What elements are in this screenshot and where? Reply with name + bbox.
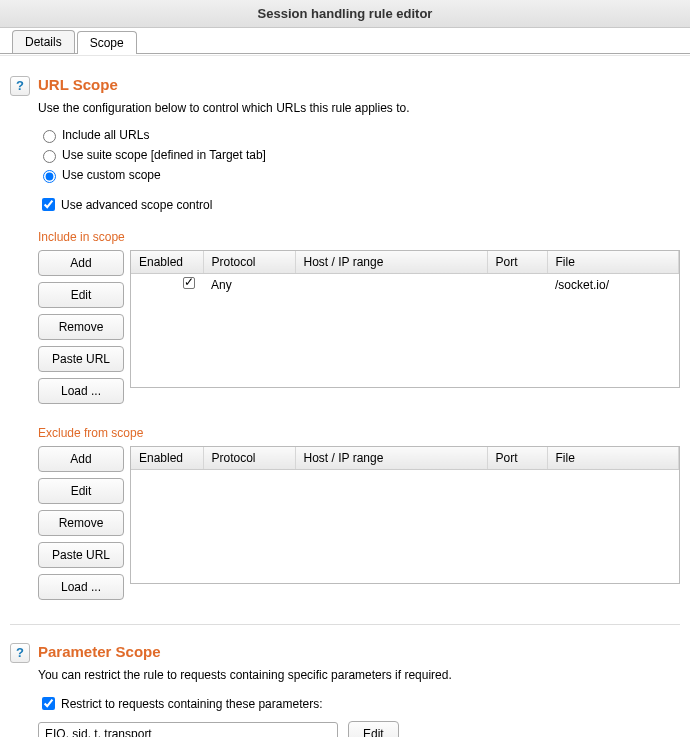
- url-scope-title: URL Scope: [38, 76, 680, 93]
- parameters-edit-button[interactable]: Edit: [348, 721, 399, 737]
- url-scope-section: ? URL Scope Use the configuration below …: [10, 76, 680, 606]
- tab-details[interactable]: Details: [12, 30, 75, 53]
- col-port[interactable]: Port: [487, 447, 547, 470]
- parameter-scope-title: Parameter Scope: [38, 643, 680, 660]
- checkbox-advanced-scope-label: Use advanced scope control: [61, 198, 212, 212]
- col-protocol[interactable]: Protocol: [203, 447, 295, 470]
- radio-custom-scope[interactable]: [43, 170, 56, 183]
- row-protocol: Any: [203, 274, 295, 296]
- include-table[interactable]: Enabled Protocol Host / IP range Port Fi…: [130, 250, 680, 388]
- parameter-scope-desc: You can restrict the rule to requests co…: [38, 668, 680, 682]
- table-row[interactable]: Any /socket.io/: [131, 274, 679, 296]
- row-file: /socket.io/: [547, 274, 679, 296]
- include-heading: Include in scope: [38, 230, 680, 244]
- include-paste-url-button[interactable]: Paste URL: [38, 346, 124, 372]
- checkbox-restrict-params-label: Restrict to requests containing these pa…: [61, 697, 322, 711]
- exclude-paste-url-button[interactable]: Paste URL: [38, 542, 124, 568]
- tab-bar: Details Scope: [0, 28, 690, 54]
- col-enabled[interactable]: Enabled: [131, 251, 203, 274]
- include-edit-button[interactable]: Edit: [38, 282, 124, 308]
- col-file[interactable]: File: [547, 251, 679, 274]
- radio-suite-scope-label: Use suite scope [defined in Target tab]: [62, 148, 266, 162]
- radio-include-all-label: Include all URLs: [62, 128, 149, 142]
- col-host[interactable]: Host / IP range: [295, 251, 487, 274]
- radio-include-all[interactable]: [43, 130, 56, 143]
- help-icon[interactable]: ?: [10, 76, 30, 96]
- exclude-edit-button[interactable]: Edit: [38, 478, 124, 504]
- tab-scope[interactable]: Scope: [77, 31, 137, 54]
- radio-custom-scope-label: Use custom scope: [62, 168, 161, 182]
- window-title: Session handling rule editor: [0, 0, 690, 28]
- col-enabled[interactable]: Enabled: [131, 447, 203, 470]
- exclude-add-button[interactable]: Add: [38, 446, 124, 472]
- col-protocol[interactable]: Protocol: [203, 251, 295, 274]
- url-scope-desc: Use the configuration below to control w…: [38, 101, 680, 115]
- parameter-scope-section: ? Parameter Scope You can restrict the r…: [10, 643, 680, 737]
- parameters-input[interactable]: [38, 722, 338, 737]
- col-host[interactable]: Host / IP range: [295, 447, 487, 470]
- checkbox-advanced-scope[interactable]: [42, 198, 55, 211]
- include-load-button[interactable]: Load ...: [38, 378, 124, 404]
- row-enabled-checkbox[interactable]: [183, 277, 195, 289]
- exclude-table[interactable]: Enabled Protocol Host / IP range Port Fi…: [130, 446, 680, 584]
- include-add-button[interactable]: Add: [38, 250, 124, 276]
- exclude-load-button[interactable]: Load ...: [38, 574, 124, 600]
- exclude-heading: Exclude from scope: [38, 426, 680, 440]
- radio-suite-scope[interactable]: [43, 150, 56, 163]
- include-remove-button[interactable]: Remove: [38, 314, 124, 340]
- row-port: [487, 274, 547, 296]
- col-file[interactable]: File: [547, 447, 679, 470]
- exclude-remove-button[interactable]: Remove: [38, 510, 124, 536]
- help-icon[interactable]: ?: [10, 643, 30, 663]
- checkbox-restrict-params[interactable]: [42, 697, 55, 710]
- section-divider: [10, 624, 680, 625]
- row-host: [295, 274, 487, 296]
- content-area: ? URL Scope Use the configuration below …: [0, 55, 690, 737]
- col-port[interactable]: Port: [487, 251, 547, 274]
